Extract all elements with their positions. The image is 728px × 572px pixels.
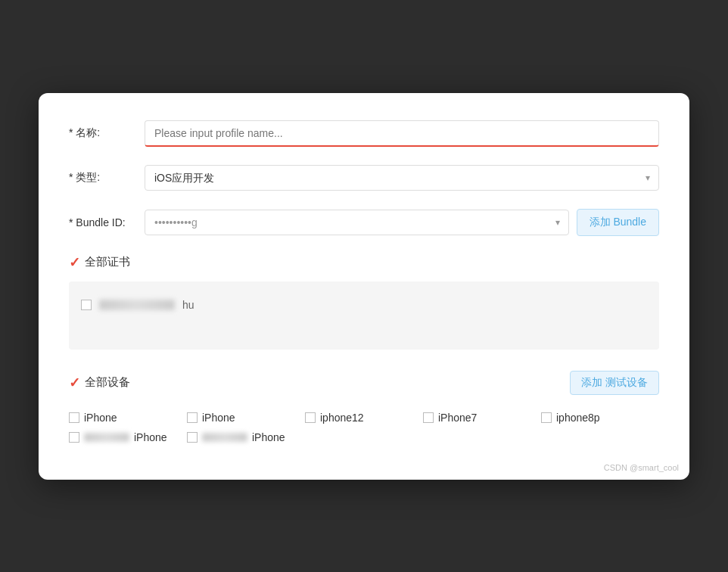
type-label: * 类型: <box>69 171 145 185</box>
certs-title: 全部证书 <box>85 255 130 269</box>
device-checkbox[interactable] <box>305 412 316 423</box>
name-row: * 名称: <box>69 120 659 147</box>
type-select[interactable]: iOS应用开发 <box>145 165 659 191</box>
watermark: CSDN @smart_cool <box>604 463 679 472</box>
device-blurred <box>202 433 247 442</box>
device-blurred <box>84 433 129 442</box>
device-item: iPhone <box>187 412 305 424</box>
name-input[interactable] <box>145 120 659 147</box>
cert-blurred <box>99 298 175 312</box>
bundle-controls: ••••••••••g ▾ 添加 Bundle <box>145 209 659 236</box>
device-checkbox[interactable] <box>187 432 198 443</box>
certs-check: ✓ 全部证书 <box>69 254 130 271</box>
device-checkbox[interactable] <box>69 432 79 443</box>
certs-section-header: ✓ 全部证书 <box>69 254 659 271</box>
device-name: iphone12 <box>320 412 364 424</box>
device-name: iPhone7 <box>438 412 477 424</box>
cert-item: hu <box>81 294 647 316</box>
bundle-select-wrapper: ••••••••••g ▾ <box>145 210 569 235</box>
add-bundle-button[interactable]: 添加 Bundle <box>577 209 659 236</box>
device-item: iphone8p <box>541 412 659 424</box>
cert-suffix: hu <box>182 299 194 311</box>
type-row: * 类型: iOS应用开发 ▾ <box>69 165 659 191</box>
bundle-select[interactable]: ••••••••••g <box>145 210 569 235</box>
bundle-row: * Bundle ID: ••••••••••g ▾ 添加 Bundle <box>69 209 659 236</box>
devices-list: iPhone iPhone iphone12 iPhone7 iphone8p … <box>69 406 659 449</box>
main-window: * 名称: * 类型: iOS应用开发 ▾ * Bundle ID: •••••… <box>39 93 689 480</box>
device-name: iPhone <box>84 412 117 424</box>
check-icon: ✓ <box>69 375 80 391</box>
cert-checkbox[interactable] <box>81 300 92 310</box>
device-checkbox[interactable] <box>187 412 198 423</box>
device-name: iPhone <box>134 431 167 443</box>
device-checkbox[interactable] <box>69 412 79 423</box>
cert-list: hu <box>69 281 659 350</box>
name-label: * 名称: <box>69 126 145 140</box>
devices-section-header: ✓ 全部设备 添加 测试设备 <box>69 371 659 395</box>
device-name: iPhone <box>202 412 235 424</box>
type-select-wrapper: iOS应用开发 ▾ <box>145 165 659 191</box>
device-name: iphone8p <box>556 412 600 424</box>
devices-title: 全部设备 <box>85 375 130 390</box>
device-item: iPhone7 <box>423 412 541 424</box>
device-item: iphone12 <box>305 412 423 424</box>
device-checkbox[interactable] <box>423 412 434 423</box>
check-icon: ✓ <box>69 254 80 271</box>
device-checkbox[interactable] <box>541 412 552 423</box>
device-item: iPhone <box>69 431 187 443</box>
device-item: iPhone <box>69 412 187 424</box>
bundle-label: * Bundle ID: <box>69 216 145 228</box>
device-name: iPhone <box>252 431 285 443</box>
devices-check: ✓ 全部设备 <box>69 375 130 391</box>
add-device-button[interactable]: 添加 测试设备 <box>570 371 659 395</box>
device-item: iPhone <box>187 431 305 443</box>
